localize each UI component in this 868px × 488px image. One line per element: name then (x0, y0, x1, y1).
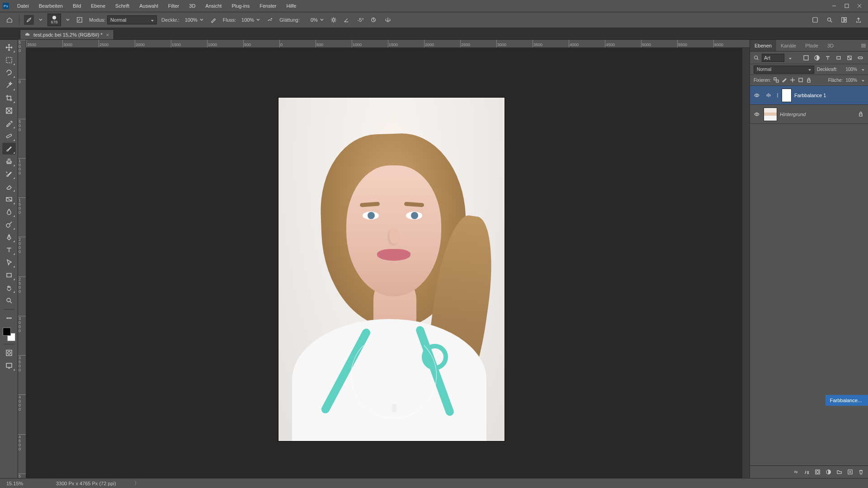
workspace-button[interactable] (839, 15, 849, 25)
link-layers-button[interactable] (791, 468, 800, 477)
tab-3d[interactable]: 3D (823, 40, 838, 51)
document-tab[interactable]: test.psdc bei 15,2% (RGB/8#) * × (20, 29, 114, 39)
menu-layer[interactable]: Ebene (86, 1, 110, 10)
layer-visibility-toggle[interactable] (753, 110, 761, 118)
quick-select-tool[interactable] (2, 80, 16, 91)
screen-mode-button[interactable] (2, 360, 16, 371)
menu-image[interactable]: Bild (68, 1, 85, 10)
window-minimize-button[interactable] (828, 1, 840, 10)
lock-pixels[interactable] (782, 77, 787, 84)
frame-tool[interactable] (2, 105, 16, 117)
layer-blend-mode-select[interactable]: Normal (754, 66, 814, 74)
zoom-tool[interactable] (2, 295, 16, 306)
quick-mask-button[interactable] (2, 347, 16, 359)
opacity-input[interactable]: 100% (181, 17, 198, 23)
adjustment-layer-button[interactable] (824, 468, 833, 477)
size-pressure-button[interactable] (368, 15, 378, 25)
window-maximize-button[interactable] (841, 1, 853, 10)
cloud-docs-button[interactable] (810, 15, 820, 25)
lock-all[interactable] (806, 77, 811, 84)
share-button[interactable] (854, 15, 863, 25)
menu-3d[interactable]: 3D (184, 1, 200, 10)
menu-view[interactable]: Ansicht (201, 1, 226, 10)
menu-select[interactable]: Auswahl (135, 1, 163, 10)
history-brush-tool[interactable] (2, 168, 16, 180)
layer-opacity-input[interactable]: 100% (840, 67, 857, 72)
lock-transparency[interactable] (774, 77, 779, 84)
color-swatches[interactable] (3, 328, 15, 341)
blur-tool[interactable] (2, 206, 16, 218)
new-layer-button[interactable] (845, 468, 854, 477)
lock-position[interactable] (790, 77, 795, 84)
more-tools[interactable] (2, 312, 16, 324)
panel-menu-button[interactable] (859, 43, 868, 48)
brush-settings-button[interactable] (75, 15, 85, 25)
layer-filter-select[interactable] (762, 54, 784, 62)
zoom-level[interactable]: 15.15% (6, 481, 38, 486)
blend-mode-select[interactable]: Normal (107, 15, 157, 24)
tab-paths[interactable]: Pfade (801, 40, 823, 51)
search-button[interactable] (825, 15, 835, 25)
flow-input[interactable]: 100% (238, 17, 254, 23)
tab-channels[interactable]: Kanäle (776, 40, 801, 51)
type-tool[interactable] (2, 244, 16, 256)
airbrush-button[interactable] (265, 15, 275, 25)
menu-edit[interactable]: Bearbeiten (34, 1, 67, 10)
brush-tool[interactable] (2, 143, 16, 155)
canvas[interactable] (26, 48, 750, 478)
healing-tool[interactable] (2, 130, 16, 142)
window-close-button[interactable] (854, 1, 865, 10)
filter-pixel[interactable] (802, 54, 810, 62)
smoothing-caret[interactable] (320, 15, 324, 24)
eraser-tool[interactable] (2, 181, 16, 192)
menu-file[interactable]: Datei (13, 1, 33, 10)
layer-name[interactable]: Farbbalance 1 (794, 93, 865, 98)
stamp-tool[interactable] (2, 155, 16, 167)
adjustment-hint[interactable]: Farbbalance... (826, 395, 868, 406)
filter-type[interactable] (824, 54, 832, 62)
menu-window[interactable]: Fenster (255, 1, 281, 10)
crop-tool[interactable] (2, 92, 16, 104)
gradient-tool[interactable] (2, 193, 16, 205)
dodge-tool[interactable] (2, 219, 16, 230)
layer-style-button[interactable] (802, 468, 811, 477)
brush-preview[interactable]: 678 (47, 14, 61, 26)
tool-preset-caret[interactable] (38, 15, 43, 24)
eyedropper-tool[interactable] (2, 117, 16, 129)
symmetry-button[interactable] (383, 15, 393, 25)
filter-shape[interactable] (835, 54, 843, 62)
layer-lock-indicator[interactable] (858, 111, 865, 117)
layer-thumbnail[interactable] (764, 108, 777, 121)
foreground-color[interactable] (3, 328, 11, 336)
opacity-caret[interactable] (199, 15, 204, 24)
tab-close-button[interactable]: × (106, 32, 109, 38)
tab-layers[interactable]: Ebenen (750, 40, 776, 51)
horizontal-ruler[interactable]: 3500300025002000150010005000500100015002… (26, 40, 750, 48)
move-tool[interactable] (2, 42, 16, 53)
home-button[interactable] (5, 15, 14, 25)
menu-type[interactable]: Schrift (111, 1, 134, 10)
path-select-tool[interactable] (2, 257, 16, 268)
hand-tool[interactable] (2, 282, 16, 294)
pen-tool[interactable] (2, 231, 16, 243)
smoothing-input[interactable]: 0% (302, 17, 318, 23)
shape-tool[interactable] (2, 269, 16, 281)
layer-row[interactable]: Hintergrund (750, 105, 868, 124)
lock-artboard[interactable] (798, 77, 803, 84)
tool-preset-button[interactable] (24, 15, 34, 25)
canvas-scrollbar[interactable] (742, 48, 750, 478)
smoothing-options-button[interactable] (329, 15, 339, 25)
vertical-ruler[interactable]: 5000500100015002000250030003500400045005… (18, 40, 26, 478)
opacity-pressure-button[interactable] (208, 15, 218, 25)
flow-caret[interactable] (256, 15, 260, 24)
layer-mask-thumbnail[interactable] (782, 89, 792, 102)
filter-smart[interactable] (845, 54, 854, 62)
marquee-tool[interactable] (2, 54, 16, 66)
layer-row[interactable]: Farbbalance 1 (750, 86, 868, 105)
fill-input[interactable]: 100% (845, 78, 857, 83)
brush-preset-caret[interactable] (66, 15, 70, 24)
menu-filter[interactable]: Filter (164, 1, 184, 10)
menu-plugins[interactable]: Plug-ins (227, 1, 254, 10)
filter-toggle[interactable] (856, 54, 864, 62)
status-more[interactable]: 〉 (134, 480, 139, 487)
